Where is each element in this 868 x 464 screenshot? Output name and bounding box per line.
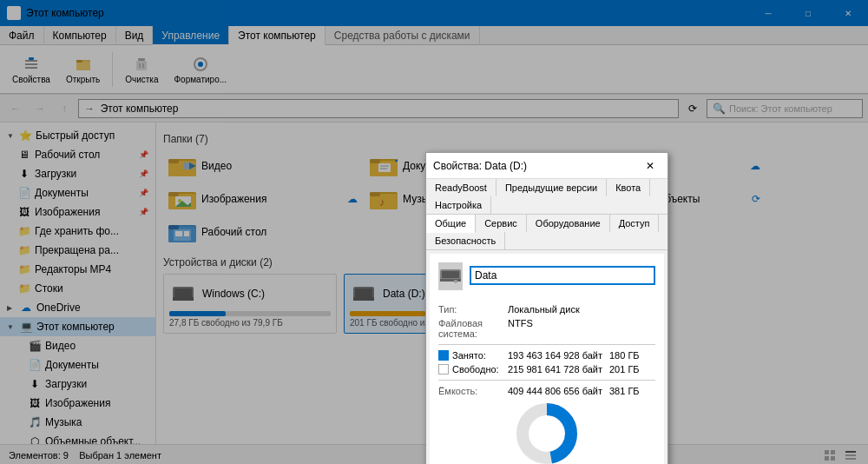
- dialog-free-label: Свободно:: [452, 364, 499, 375]
- dialog-overlay: Свойства: Data (D:) ✕ ReadyBoost Предыду…: [0, 0, 868, 464]
- dialog-free-row: Свободно: 215 981 641 728 байт 201 ГБ: [438, 364, 655, 375]
- dialog-used-row: Занято: 193 463 164 928 байт 180 ГБ: [438, 350, 655, 361]
- used-legend-box: [438, 350, 449, 361]
- svg-point-73: [454, 280, 457, 283]
- dialog-tab-quota[interactable]: Квота: [607, 179, 650, 196]
- dialog-free-gb: 201 ГБ: [609, 364, 640, 375]
- dialog-tabs2: Общие Сервис Оборудование Доступ Безопас…: [426, 215, 667, 250]
- dialog-tab-security[interactable]: Безопасность: [426, 232, 505, 249]
- dialog-fs-label: Файловая система:: [438, 318, 508, 339]
- dialog-tab-settings[interactable]: Настройка: [426, 196, 491, 214]
- dialog-fs-row: Файловая система: NTFS: [438, 318, 655, 339]
- dialog-title: Свойства: Data (D:): [433, 160, 527, 172]
- dialog-cap-gb: 381 ГБ: [609, 386, 640, 396]
- dialog-used-gb: 180 ГБ: [609, 350, 640, 361]
- dialog-type-value: Локальный диск: [508, 304, 655, 315]
- svg-rect-71: [442, 271, 459, 278]
- dialog-donut-chart: [516, 403, 577, 464]
- dialog-type-label: Тип:: [438, 304, 508, 315]
- dialog-tab-general[interactable]: Общие: [426, 215, 476, 233]
- dialog-capacity-row: Ёмкость: 409 444 806 656 байт 381 ГБ: [438, 386, 655, 396]
- dialog-tab-access[interactable]: Доступ: [610, 215, 660, 232]
- dialog-drive-name-input[interactable]: [470, 266, 655, 285]
- dialog-type-row: Тип: Локальный диск: [438, 304, 655, 315]
- dialog-chart-area: [438, 403, 655, 464]
- dialog-used-bytes: 193 463 164 928 байт: [508, 350, 602, 361]
- free-legend-box: [438, 364, 449, 375]
- properties-dialog: Свойства: Data (D:) ✕ ReadyBoost Предыду…: [425, 152, 668, 464]
- dialog-titlebar: Свойства: Data (D:) ✕: [426, 153, 667, 179]
- dialog-free-bytes: 215 981 641 728 байт: [508, 364, 602, 375]
- dialog-body: Тип: Локальный диск Файловая система: NT…: [430, 254, 664, 464]
- dialog-cap-bytes: 409 444 806 656 байт: [508, 386, 602, 396]
- dialog-tab-readyboost[interactable]: ReadyBoost: [426, 179, 496, 196]
- dialog-cap-label: Ёмкость:: [438, 386, 508, 396]
- dialog-tab-prev-versions[interactable]: Предыдущие версии: [496, 179, 607, 196]
- dialog-drive-icon: [438, 262, 463, 290]
- dialog-tab-hardware[interactable]: Оборудование: [527, 215, 610, 232]
- dialog-tabs: ReadyBoost Предыдущие версии Квота Настр…: [426, 179, 667, 215]
- svg-rect-72: [440, 279, 461, 282]
- dialog-tab-service[interactable]: Сервис: [476, 215, 527, 232]
- dialog-close-button[interactable]: ✕: [640, 156, 661, 176]
- dialog-fs-value: NTFS: [508, 318, 655, 339]
- dialog-used-label: Занято:: [452, 350, 486, 361]
